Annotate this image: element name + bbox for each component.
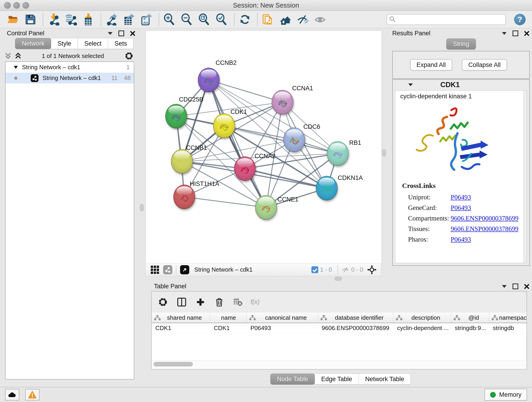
open-session-button[interactable] (6, 13, 20, 26)
network-options-gear-icon[interactable] (125, 51, 133, 60)
import-network-from-database-button[interactable] (64, 13, 78, 26)
network-node-CDC6[interactable] (283, 128, 305, 152)
table-cell-canonical-name[interactable]: P06493 (247, 323, 318, 333)
gene-section-header[interactable]: CDK1 (393, 80, 529, 90)
table-cell-database-identifier[interactable]: 9606.ENSP00000378699 (318, 323, 393, 333)
table-settings-button[interactable] (156, 295, 170, 309)
zoom-selected-button[interactable] (215, 13, 228, 26)
chevron-double-down-icon[interactable] (5, 53, 11, 59)
export-table-button[interactable] (122, 13, 136, 26)
right-splitter-handle[interactable] (382, 149, 386, 157)
show-columns-button[interactable] (175, 295, 188, 309)
import-network-from-file-button[interactable] (47, 13, 60, 26)
network-node-RB1[interactable] (327, 141, 348, 166)
crosslink-link[interactable]: 9606.ENSP00000378699 (451, 215, 519, 222)
function-builder-button[interactable]: f(x) (250, 295, 264, 309)
crosslink-link[interactable]: 9606.ENSP00000378699 (451, 225, 519, 233)
left-splitter-handle[interactable] (140, 204, 144, 211)
maximize-panel-icon[interactable] (513, 283, 518, 289)
string-home-button[interactable] (279, 13, 292, 26)
help-button[interactable]: ? (514, 14, 526, 25)
crosslink-link[interactable]: P06493 (451, 193, 471, 201)
delete-table-button[interactable] (231, 295, 245, 309)
create-column-button[interactable] (194, 295, 207, 309)
close-panel-icon[interactable] (524, 284, 529, 289)
apply-preferred-layout-button[interactable] (238, 13, 252, 26)
selected-checkbox-icon[interactable] (311, 266, 318, 273)
network-node-HIST1H1A[interactable] (173, 185, 195, 209)
network-collection-row[interactable]: String Network – cdk1 1 (6, 62, 134, 73)
open-in-new-window-button[interactable] (180, 265, 189, 274)
crosslink-link[interactable]: P06493 (451, 204, 471, 211)
warnings-button[interactable] (25, 389, 39, 400)
chevron-double-up-icon[interactable] (15, 53, 21, 59)
hidden-eye-slash-icon[interactable] (342, 266, 349, 274)
fit-selected-crosshair-icon[interactable] (367, 265, 376, 274)
show-all-hidden-button[interactable] (314, 13, 327, 26)
network-node-CDKN1A[interactable] (316, 176, 337, 200)
network-node-CCNA2[interactable] (234, 157, 256, 181)
network-edge-HIST1H1A-CCNE1[interactable] (184, 197, 266, 207)
tab-network-table[interactable]: Network Table (359, 374, 411, 385)
network-edge-CCNB2-CCNA1[interactable] (209, 80, 283, 102)
string-protein-query-button[interactable] (261, 13, 275, 26)
network-node-CDC25B[interactable] (165, 104, 187, 128)
column-header-id[interactable]: @id (451, 313, 489, 323)
column-header-canonical-name[interactable]: canonical name (247, 313, 318, 323)
expand-all-button[interactable]: Expand All (410, 59, 452, 70)
tab-node-table[interactable]: Node Table (270, 374, 315, 385)
tab-select[interactable]: Select (78, 38, 108, 49)
close-panel-icon[interactable] (524, 31, 529, 36)
network-row[interactable]: String Network – cdk1 11 48 (6, 73, 134, 83)
close-panel-icon[interactable] (130, 31, 135, 36)
table-row[interactable]: CDK1CDK1P064939606.ENSP00000378699cyclin… (152, 323, 526, 333)
zoom-in-button[interactable] (163, 13, 176, 26)
tab-network[interactable]: Network (15, 38, 51, 49)
collapse-section-icon[interactable] (408, 83, 413, 86)
search-input[interactable] (386, 14, 506, 25)
network-node-CDK1[interactable] (213, 114, 235, 138)
scrollbar-thumb[interactable] (153, 362, 193, 366)
tab-sets[interactable]: Sets (108, 38, 133, 49)
import-table-from-file-button[interactable] (82, 13, 95, 26)
network-edge-CCNB2-CCNE1[interactable] (209, 80, 266, 207)
column-header-shared-name[interactable]: shared name (152, 313, 210, 323)
network-node-CCNB1[interactable] (171, 149, 193, 173)
table-cell-name[interactable]: CDK1 (210, 323, 247, 333)
column-header-database-identifier[interactable]: database identifier (318, 313, 393, 323)
zoom-fit-content-button[interactable] (198, 13, 211, 26)
column-header-namespace[interactable]: namespace (489, 313, 526, 323)
memory-button[interactable]: Memory (485, 389, 527, 401)
maximize-panel-icon[interactable] (513, 31, 518, 36)
results-scrollbar[interactable] (523, 90, 527, 263)
network-node-CCNE1[interactable] (255, 195, 277, 220)
cloud-status-button[interactable] (5, 389, 19, 400)
column-header-description[interactable]: description (393, 313, 451, 323)
save-session-button[interactable] (24, 13, 37, 26)
collapse-triangle-icon[interactable] (14, 66, 18, 69)
float-panel-icon[interactable] (502, 285, 507, 288)
birdseye-grid-icon[interactable] (151, 266, 159, 274)
zoom-out-button[interactable] (180, 13, 194, 26)
bottom-splitter-handle[interactable] (335, 277, 342, 281)
crosslink-link[interactable]: P06493 (451, 236, 471, 243)
network-canvas[interactable]: CCNB2CCNA1CDC25BCDK1CDC6RB1CCNB1CCNA2CDK… (146, 31, 382, 263)
export-image-button[interactable] (140, 13, 153, 26)
export-network-button[interactable] (105, 13, 118, 26)
delete-column-button[interactable] (213, 295, 226, 309)
tab-style[interactable]: Style (51, 38, 78, 49)
maximize-panel-icon[interactable] (119, 31, 124, 36)
float-panel-icon[interactable] (502, 32, 507, 35)
column-header-name[interactable]: name (210, 313, 247, 323)
collapse-all-button[interactable]: Collapse All (462, 59, 507, 70)
table-cell-namespace[interactable]: stringdb (489, 323, 526, 333)
network-node-CCNB2[interactable] (198, 68, 220, 92)
network-node-CCNA1[interactable] (272, 90, 293, 114)
float-panel-icon[interactable] (108, 32, 113, 35)
tab-edge-table[interactable]: Edge Table (315, 374, 359, 385)
table-cell-shared-name[interactable]: CDK1 (152, 323, 210, 333)
table-horizontal-scrollbar[interactable] (152, 361, 526, 368)
string-view-icon[interactable] (163, 265, 172, 274)
hide-selected-button[interactable] (296, 13, 310, 26)
network-graph[interactable]: CCNB2CCNA1CDC25BCDK1CDC6RB1CCNB1CCNA2CDK… (146, 31, 381, 263)
